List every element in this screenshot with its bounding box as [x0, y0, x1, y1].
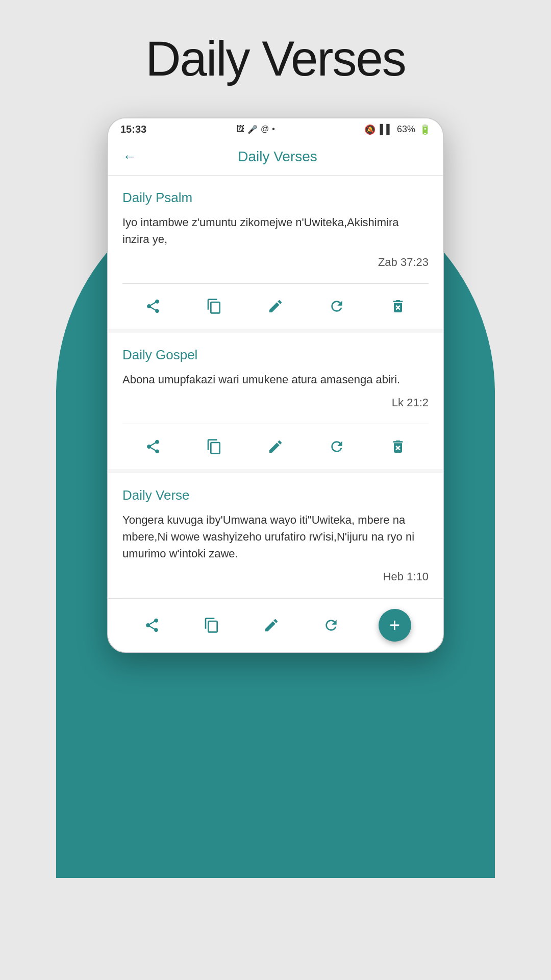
- verse-card: Daily Verse Yongera kuvuga iby'Umwana wa…: [108, 473, 443, 652]
- psalm-card-body: Daily Psalm Iyo intambwe z'umuntu zikome…: [108, 176, 443, 283]
- delete-icon: [390, 298, 406, 314]
- delete-icon-2: [390, 438, 406, 455]
- page-title: Daily Verses: [145, 31, 406, 87]
- psalm-refresh-button[interactable]: [324, 294, 349, 318]
- gospel-title: Daily Gospel: [122, 347, 429, 363]
- copy-icon-3: [204, 617, 220, 633]
- mic-icon: 🎤: [247, 125, 258, 134]
- content-area: Daily Psalm Iyo intambwe z'umuntu zikome…: [108, 176, 443, 652]
- signal-icon: ▌▌: [380, 124, 393, 135]
- status-time: 15:33: [120, 124, 146, 135]
- verse-refresh-button[interactable]: [319, 613, 343, 638]
- verse-copy-button[interactable]: [199, 613, 224, 638]
- gospel-copy-button[interactable]: [202, 434, 227, 459]
- verse-text: Yongera kuvuga iby'Umwana wayo iti"Uwite…: [122, 511, 429, 562]
- psalm-copy-button[interactable]: [202, 294, 227, 318]
- status-center-icons: 🖼 🎤 @ •: [236, 125, 275, 134]
- battery-icon: 🔋: [419, 124, 431, 135]
- refresh-icon-2: [329, 438, 345, 455]
- gospel-reference: Lk 21:2: [122, 396, 429, 415]
- verse-share-button[interactable]: [140, 613, 164, 638]
- copy-icon-2: [206, 438, 222, 455]
- gospel-card-body: Daily Gospel Abona umupfakazi wari umuke…: [108, 333, 443, 424]
- add-fab-button[interactable]: +: [379, 609, 411, 642]
- verse-card-body: Daily Verse Yongera kuvuga iby'Umwana wa…: [108, 473, 443, 598]
- gospel-actions: [108, 424, 443, 469]
- verse-title: Daily Verse: [122, 487, 429, 503]
- psalm-reference: Zab 37:23: [122, 256, 429, 275]
- phone-frame-wrapper: 15:33 🖼 🎤 @ • 🔕 ▌▌ 63% 🔋 ← Daily Verses: [107, 117, 444, 653]
- psalm-title: Daily Psalm: [122, 190, 429, 206]
- psalm-card: Daily Psalm Iyo intambwe z'umuntu zikome…: [108, 176, 443, 329]
- psalm-delete-button[interactable]: [386, 294, 410, 318]
- share-icon-2: [145, 438, 161, 455]
- psalm-edit-button[interactable]: [263, 294, 288, 318]
- mute-icon: 🔕: [364, 124, 375, 135]
- photo-icon: 🖼: [236, 125, 244, 134]
- edit-icon-3: [263, 617, 280, 633]
- add-icon: +: [389, 616, 400, 634]
- verse-reference: Heb 1:10: [122, 570, 429, 590]
- gospel-delete-button[interactable]: [386, 434, 410, 459]
- refresh-icon-3: [323, 617, 339, 633]
- psalm-text: Iyo intambwe z'umuntu zikomejwe n'Uwitek…: [122, 214, 429, 248]
- psalm-share-button[interactable]: [141, 294, 165, 318]
- gospel-text: Abona umupfakazi wari umukene atura amas…: [122, 371, 429, 388]
- app-header: ← Daily Verses: [108, 138, 443, 176]
- edit-icon: [267, 298, 284, 314]
- gospel-card: Daily Gospel Abona umupfakazi wari umuke…: [108, 333, 443, 469]
- back-button[interactable]: ←: [120, 146, 139, 167]
- gospel-share-button[interactable]: [141, 434, 165, 459]
- dot-icon: •: [272, 125, 275, 134]
- refresh-icon: [329, 298, 345, 314]
- gospel-refresh-button[interactable]: [324, 434, 349, 459]
- bottom-action-bar: +: [108, 598, 443, 652]
- gospel-edit-button[interactable]: [263, 434, 288, 459]
- status-bar: 15:33 🖼 🎤 @ • 🔕 ▌▌ 63% 🔋: [108, 118, 443, 138]
- copy-icon: [206, 298, 222, 314]
- status-right-icons: 🔕 ▌▌ 63% 🔋: [364, 124, 431, 135]
- psalm-actions: [108, 284, 443, 329]
- email-icon: @: [261, 125, 269, 134]
- app-header-title: Daily Verses: [149, 149, 406, 165]
- battery-label: 63%: [397, 124, 415, 135]
- edit-icon-2: [267, 438, 284, 455]
- verse-edit-button[interactable]: [259, 613, 284, 638]
- phone-frame: 15:33 🖼 🎤 @ • 🔕 ▌▌ 63% 🔋 ← Daily Verses: [107, 117, 444, 653]
- share-icon-3: [144, 617, 160, 633]
- share-icon: [145, 298, 161, 314]
